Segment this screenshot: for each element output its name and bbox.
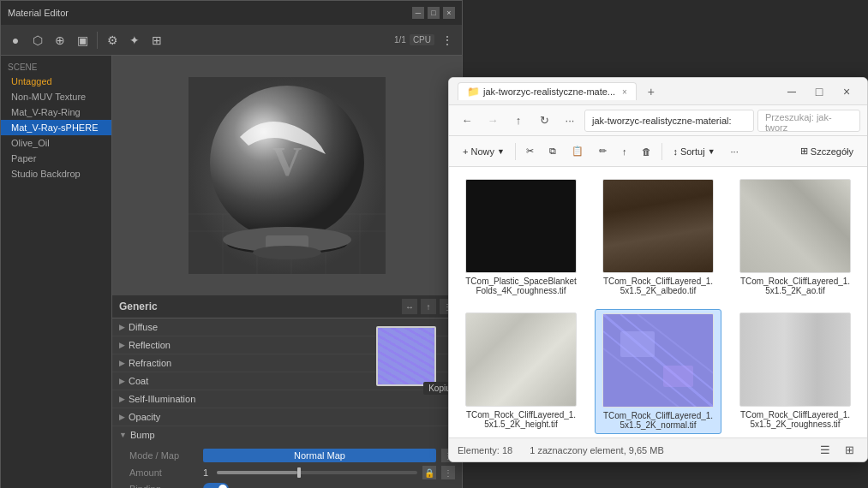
- opacity-header[interactable]: ▶ Opacity: [112, 408, 462, 426]
- material-editor-title: Material Editor: [8, 8, 69, 18]
- binding-toggle[interactable]: [203, 483, 229, 488]
- file-explorer-window: 📁 jak-tworzyc-realistyczne-mate... × + ─…: [448, 77, 868, 462]
- close-button[interactable]: ×: [443, 7, 455, 19]
- sidebar-item-sphere[interactable]: Mat_V-Ray-sPHERE: [1, 120, 111, 135]
- fe-nav-more-btn[interactable]: ···: [559, 110, 581, 132]
- fe-address-bar[interactable]: jak-tworzyc-realistyczne-material:: [584, 110, 754, 132]
- fe-sort-btn[interactable]: ↕ Sortuj ▼: [666, 140, 721, 163]
- fe-details-label: Szczegóły: [811, 146, 853, 157]
- fe-sort-label: Sortuj: [680, 146, 705, 157]
- properties-tools: ↔ ↑ ⋮: [402, 299, 455, 314]
- amount-more-btn[interactable]: ⋮: [441, 466, 455, 479]
- fe-item-2[interactable]: TCom_Rock_CliffLayered_1.5x1.5_2K_ao.tif: [732, 176, 859, 299]
- sidebar-item-backdrop[interactable]: Studio Backdrop: [1, 166, 111, 182]
- fe-titlebar-controls: ─ □ ×: [780, 81, 859, 102]
- fe-new-icon: +: [463, 146, 468, 157]
- fe-maximize-btn[interactable]: □: [807, 81, 831, 102]
- editor-toolbar: ● ⬡ ⊕ ▣ ⚙ ✦ ⊞ 1/1 CPU ⋮: [1, 25, 462, 56]
- fe-item-5[interactable]: TCom_Rock_CliffLayered_1.5x1.5_2K_roughn…: [732, 309, 859, 434]
- fe-new-btn[interactable]: + Nowy ▼: [456, 140, 512, 163]
- mode-map-label: Mode / Map: [129, 450, 198, 461]
- fe-new-tab-btn[interactable]: +: [642, 82, 661, 101]
- fe-grid-view-btn[interactable]: ⊞: [840, 441, 859, 460]
- grid-icon[interactable]: ⊞: [147, 31, 166, 50]
- fe-item-3[interactable]: TCom_Rock_CliffLayered_1.5x1.5_2K_height…: [458, 309, 584, 434]
- frame-icon[interactable]: ▣: [73, 31, 92, 50]
- fe-up-btn[interactable]: ↑: [507, 110, 530, 132]
- fe-close-btn[interactable]: ×: [835, 81, 859, 102]
- settings-icon[interactable]: ⚙: [103, 31, 122, 50]
- fe-item-name-0: TCom_Plastic_SpaceBlanketFolds_4K_roughn…: [465, 277, 577, 295]
- fe-toolbar-sep-2: [661, 143, 662, 160]
- coat-label: Coat: [129, 376, 148, 386]
- fe-back-btn[interactable]: ←: [456, 110, 478, 132]
- maximize-button[interactable]: □: [428, 7, 440, 19]
- fe-selected-info: 1 zaznaczony element, 9,65 MB: [530, 445, 664, 455]
- bump-header[interactable]: ▼ Bump: [112, 426, 462, 443]
- reflection-arrow: ▶: [119, 341, 125, 349]
- fe-copy-btn[interactable]: ⧉: [542, 140, 563, 163]
- fe-toolbar: + Nowy ▼ ✂ ⧉ 📋 ✏ ↑ 🗑 ↕ Sortuj ▼ ··· ⊞ Sz…: [449, 136, 867, 167]
- fe-forward-btn[interactable]: →: [482, 110, 504, 132]
- fe-thumbnail-5: [739, 312, 851, 407]
- sidebar-item-paper[interactable]: Paper: [1, 151, 111, 166]
- sidebar-item-nonmuv[interactable]: Non-MUV Texture: [1, 89, 111, 104]
- fe-content: TCom_Plastic_SpaceBlanketFolds_4K_roughn…: [449, 167, 867, 437]
- coat-arrow: ▶: [119, 377, 125, 385]
- layer-icon[interactable]: ⊕: [51, 31, 69, 50]
- fe-item-0[interactable]: TCom_Plastic_SpaceBlanketFolds_4K_roughn…: [458, 176, 584, 299]
- opacity-section: ▶ Opacity: [112, 408, 462, 426]
- fe-address-text: jak-tworzyc-realistyczne-material:: [592, 116, 732, 126]
- fe-cut-btn[interactable]: ✂: [519, 140, 541, 163]
- fe-search-text: Przeszukaj: jak-tworz: [765, 112, 832, 133]
- fe-share-btn[interactable]: ↑: [615, 140, 634, 163]
- amount-label: Amount: [129, 467, 198, 478]
- selfillum-header[interactable]: ▶ Self-Illumination: [112, 390, 462, 408]
- amount-slider-thumb: [297, 467, 301, 478]
- opacity-label: Opacity: [129, 412, 160, 422]
- sphere-icon[interactable]: ●: [6, 31, 25, 50]
- brush-icon[interactable]: ✦: [125, 31, 144, 50]
- sidebar-item-untagged[interactable]: Untagged: [1, 74, 111, 89]
- sidebar-item-ring[interactable]: Mat_V-Ray-Ring: [1, 104, 111, 120]
- fe-refresh-btn[interactable]: ↻: [533, 110, 555, 132]
- fe-thumbnail-0: [465, 179, 577, 273]
- fe-item-name-4: TCom_Rock_CliffLayered_1.5x1.5_2K_normal…: [602, 411, 714, 430]
- toolbar-right: 1/1 CPU ⋮: [394, 31, 457, 50]
- mode-map-dropdown[interactable]: Normal Map: [203, 449, 436, 462]
- cube-icon[interactable]: ⬡: [28, 31, 47, 50]
- fe-titlebar: 📁 jak-tworzyc-realistyczne-mate... × + ─…: [449, 78, 867, 105]
- properties-tool-2[interactable]: ↑: [421, 299, 436, 314]
- svg-rect-21: [620, 331, 655, 357]
- minimize-button[interactable]: ─: [412, 7, 424, 19]
- properties-tool-1[interactable]: ↔: [402, 299, 417, 314]
- fe-list-view-btn[interactable]: ☰: [816, 441, 835, 460]
- sidebar-item-oil[interactable]: Olive_Oil: [1, 135, 111, 151]
- fe-sort-icon: ↕: [673, 146, 678, 157]
- fe-details-icon: ⊞: [800, 146, 808, 157]
- toolbar-sep-1: [97, 32, 98, 49]
- properties-panel: Generic ↔ ↑ ⋮ ▶ Diffuse ▶: [112, 295, 462, 488]
- fe-paste-btn[interactable]: 📋: [565, 140, 590, 163]
- cpu-badge: CPU: [410, 34, 434, 45]
- fe-delete-btn[interactable]: 🗑: [635, 140, 658, 163]
- fe-thumbnail-4: [602, 313, 714, 408]
- fe-statusbar: Elementy: 18 1 zaznaczony element, 9,65 …: [449, 437, 867, 461]
- fe-rename-btn[interactable]: ✏: [592, 140, 614, 163]
- diffuse-label: Diffuse: [129, 322, 158, 332]
- svg-text:V: V: [272, 139, 302, 184]
- amount-lock-btn[interactable]: 🔒: [422, 466, 436, 479]
- more-icon[interactable]: ⋮: [438, 31, 457, 50]
- fe-search-bar[interactable]: Przeszukaj: jak-tworz: [757, 110, 860, 132]
- fe-active-tab[interactable]: 📁 jak-tworzyc-realistyczne-mate... ×: [458, 82, 637, 100]
- fe-item-name-1: TCom_Rock_CliffLayered_1.5x1.5_2K_albedo…: [602, 277, 714, 295]
- fe-item-1[interactable]: TCom_Rock_CliffLayered_1.5x1.5_2K_albedo…: [595, 176, 721, 299]
- fe-details-btn[interactable]: ⊞ Szczegóły: [793, 140, 860, 163]
- amount-slider[interactable]: [217, 471, 417, 474]
- fe-minimize-btn[interactable]: ─: [780, 81, 804, 102]
- texture-preview-content: [378, 328, 434, 384]
- fe-tab-close[interactable]: ×: [622, 87, 627, 97]
- fe-item-4[interactable]: TCom_Rock_CliffLayered_1.5x1.5_2K_normal…: [595, 309, 721, 434]
- amount-slider-fill: [217, 471, 297, 474]
- fe-toolbar-more-btn[interactable]: ···: [724, 140, 745, 163]
